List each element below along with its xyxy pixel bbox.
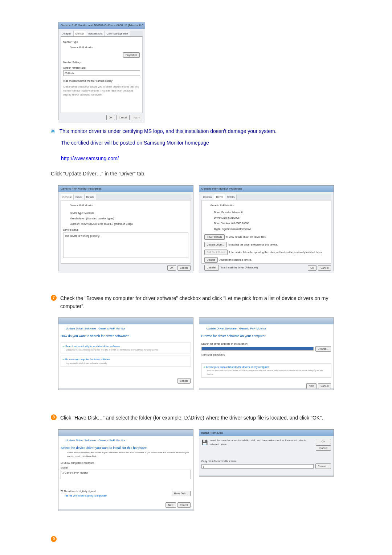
wizard-select-driver-dialog: Update Driver Software - Generic PnP Mon…	[58, 429, 193, 511]
cancel-button[interactable]: Cancel	[177, 265, 191, 271]
note-marker: ※	[51, 127, 56, 135]
window-title: Install From Disk	[199, 430, 334, 436]
dialog-tabs: Adapter Monitor Troubleshoot Color Manag…	[61, 31, 143, 37]
browse-button[interactable]: Browse...	[315, 346, 331, 352]
device-status-box: This device is working properly.	[63, 232, 188, 258]
properties-button[interactable]: Properties	[123, 52, 140, 58]
install-disk-text: Insert the manufacturer's installation d…	[210, 438, 314, 451]
device-name: Generic PnP Monitor	[63, 203, 188, 208]
device-name: Generic PnP Monitor	[204, 203, 329, 208]
step7-text: Check the "Browse my computer for driver…	[60, 294, 334, 311]
samsung-link[interactable]: http://www.samsung.com/	[61, 154, 334, 162]
window-title: Generic PnP Monitor Properties	[199, 186, 334, 192]
tab-details[interactable]: Details	[225, 194, 237, 200]
disk-icon: 💾	[201, 438, 208, 451]
tab-driver[interactable]: Driver	[214, 194, 225, 200]
date-value: 6/21/2006	[228, 216, 240, 219]
tab-adapter[interactable]: Adapter	[61, 31, 74, 36]
cancel-button[interactable]: Cancel	[316, 445, 331, 451]
opt-pick-list[interactable]: Let me pick from a list of device driver…	[206, 366, 269, 368]
location-label: Location:	[70, 223, 80, 225]
note-line2: The certified driver will be posted on S…	[61, 139, 334, 147]
hide-modes-checkbox[interactable]: Hide modes that this monitor cannot disp…	[63, 78, 140, 84]
location-input[interactable]	[201, 347, 314, 351]
cancel-button[interactable]: Cancel	[318, 383, 331, 389]
refresh-rate-select[interactable]: 60 Hertz	[63, 70, 140, 76]
ok-button[interactable]: OK	[106, 115, 115, 120]
uninstall-button[interactable]: Uninstall	[204, 265, 219, 270]
ok-button[interactable]: OK	[316, 439, 331, 444]
driver-details-button[interactable]: Driver Details	[204, 234, 225, 240]
have-disk-button[interactable]: Have Disk...	[172, 491, 191, 496]
manufacturer-value: (Standard monitor types)	[86, 217, 114, 220]
model-label: Model	[61, 466, 191, 470]
tab-general[interactable]: General	[201, 194, 215, 200]
window-title: Generic PnP Monitor and NVIDIA GeForce 6…	[58, 22, 145, 29]
step-number-8: 8	[51, 414, 57, 420]
include-sub-checkbox[interactable]: ☑ Include subfolders	[201, 353, 332, 357]
monitor-type-value: Generic PnP Monitor	[63, 45, 140, 50]
tab-color-management[interactable]: Color Management	[105, 31, 130, 36]
wizard-browse-dialog: Update Driver Software - Generic PnP Mon…	[199, 317, 334, 390]
version-label: Driver Version:	[214, 222, 231, 224]
provider-value: Microsoft	[232, 211, 242, 214]
location-value: on NVIDIA GeForce 6600 LE (Microsoft Cor…	[81, 223, 133, 225]
signer-label: Digital Signer:	[214, 228, 230, 230]
step8-text: Click "Have Disk…" and select the folder…	[60, 414, 323, 422]
opt-browse[interactable]: Browse my computer for driver software	[65, 358, 110, 361]
cancel-button[interactable]: Cancel	[177, 378, 191, 384]
hide-modes-desc: Clearing this check box allows you to se…	[63, 84, 140, 98]
date-label: Driver Date:	[214, 216, 228, 219]
next-button[interactable]: Next	[166, 502, 176, 508]
opt-browse-desc: Locate and install driver software manua…	[62, 362, 189, 365]
update-driver-button[interactable]: Update Driver...	[204, 242, 227, 247]
apply-button[interactable]: Apply	[131, 115, 142, 120]
cancel-button[interactable]: Cancel	[318, 265, 331, 271]
wizard-desc: Select the manufacturer and model of you…	[61, 451, 191, 458]
provider-label: Driver Provider:	[214, 211, 232, 214]
copy-from-input[interactable]: ▾	[201, 464, 314, 469]
tab-monitor[interactable]: Monitor	[74, 31, 86, 36]
signed-text: This driver is digitally signed.	[64, 490, 96, 493]
wizard-breadcrumb: Update Driver Software - Generic PnP Mon…	[61, 438, 191, 443]
window-title: Generic PnP Monitor Properties	[58, 186, 193, 192]
opt-pick-desc: This list will show installed driver sof…	[203, 369, 330, 376]
device-status-label: Device status	[63, 227, 188, 232]
device-type-value: Monitors	[84, 212, 94, 214]
update-desc: To update the driver software for this d…	[228, 243, 278, 246]
ok-button[interactable]: OK	[308, 265, 317, 271]
wizard-breadcrumb: Update Driver Software - Generic PnP Mon…	[61, 327, 191, 331]
opt-auto-search[interactable]: Search automatically for updated driver …	[65, 345, 120, 348]
disable-button[interactable]: Disable	[204, 257, 218, 263]
tab-driver[interactable]: Driver	[74, 194, 85, 200]
cancel-button[interactable]: Cancel	[117, 115, 130, 120]
tab-troubleshoot[interactable]: Troubleshoot	[86, 31, 105, 36]
wizard-heading: Select the device driver you want to ins…	[61, 445, 191, 450]
search-location-label: Search for driver software in this locat…	[201, 342, 332, 346]
step-number-7: 7	[51, 295, 57, 301]
install-from-disk-dialog: Install From Disk 💾 Insert the manufactu…	[199, 429, 334, 477]
details-desc: To view details about the driver files.	[225, 236, 266, 238]
step-number-9: 9	[51, 536, 57, 542]
browse-button[interactable]: Browse...	[315, 463, 331, 469]
tab-details[interactable]: Details	[85, 194, 96, 200]
rollback-desc: If the device fails after updating the d…	[229, 251, 323, 254]
properties-general-dialog: Generic PnP Monitor Properties General D…	[58, 185, 193, 271]
cancel-button[interactable]: Cancel	[177, 502, 191, 508]
copy-from-label: Copy manufacturer's files from:	[201, 459, 332, 463]
rollback-button[interactable]: Roll Back Driver	[204, 250, 228, 255]
version-value: 6.0.6000.16386	[231, 222, 249, 224]
step-update-driver: Click "Update Driver…" in the "Driver" t…	[51, 170, 334, 178]
monitor-type-label: Monitor Type	[63, 39, 140, 45]
wizard-search-dialog: Update Driver Software - Generic PnP Mon…	[58, 317, 193, 390]
ok-button[interactable]: OK	[167, 265, 176, 271]
tab-general[interactable]: General	[61, 194, 74, 200]
uninstall-desc: To uninstall the driver (Advanced).	[220, 266, 258, 269]
show-compat-checkbox[interactable]: ☑ Show compatible hardware	[61, 461, 191, 465]
model-list[interactable]: ☑ Generic PnP Monitor	[61, 470, 191, 479]
signing-link[interactable]: Tell me why driver signing is important	[61, 494, 107, 498]
wizard-heading: Browse for driver software on your compu…	[201, 333, 332, 339]
monitor-settings-label: Monitor Settings	[63, 60, 140, 65]
monitor-properties-dialog: Generic PnP Monitor and NVIDIA GeForce 6…	[58, 22, 145, 120]
next-button[interactable]: Next	[306, 383, 317, 389]
